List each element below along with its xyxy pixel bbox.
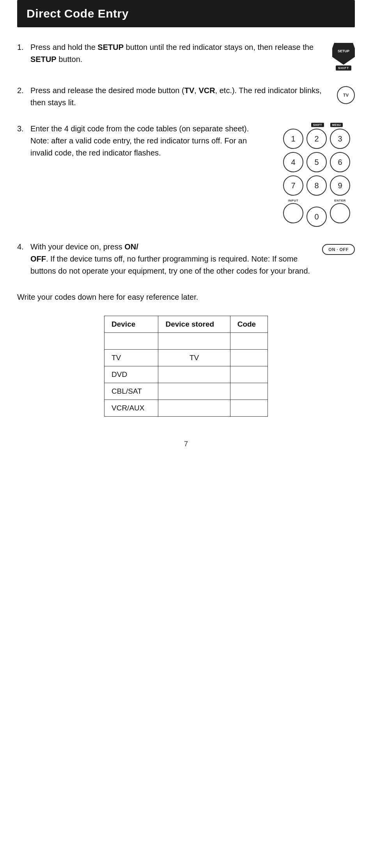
- setup-shield-svg: SETUP: [332, 43, 355, 65]
- step-2: 2. Press and release the desired mode bu…: [17, 85, 355, 109]
- step-4-text: With your device on, press ON/OFF. If th…: [30, 241, 313, 277]
- key-9: 9: [330, 175, 350, 196]
- stored-dvd: [158, 366, 230, 383]
- col-device: Device: [105, 316, 158, 333]
- svg-marker-0: [332, 43, 355, 65]
- code-tv: [230, 350, 267, 366]
- key-6: 6: [330, 152, 350, 172]
- step-3-text: Enter the 4 digit code from the code tab…: [30, 123, 269, 159]
- step-3-number: 3.: [17, 123, 30, 227]
- numpad-shift-label: SHIFT: [311, 123, 324, 127]
- key-8: 8: [306, 175, 327, 196]
- stored-cblsat: [158, 383, 230, 400]
- step-2-number: 2.: [17, 85, 30, 109]
- step-3-body: Enter the 4 digit code from the code tab…: [30, 123, 355, 227]
- step-4: 4. With your device on, press ON/OFF. If…: [17, 241, 355, 277]
- table-row: VCR/AUX: [105, 400, 268, 417]
- setup-icon: SETUP SHIFT: [332, 41, 355, 71]
- key-enter: [330, 203, 350, 223]
- table-section: Device Device stored Code TV TV DV: [17, 316, 355, 417]
- code-empty-1: [230, 333, 267, 350]
- tv-icon: TV: [337, 85, 355, 104]
- onoff-icon: ON · OFF: [322, 241, 355, 255]
- tv-button: TV: [337, 86, 355, 104]
- enter-key-col: ENTER: [330, 199, 350, 223]
- step-1: 1. Press and hold the SETUP button until…: [17, 41, 355, 71]
- table-row: [105, 333, 268, 350]
- numpad: SHIFT MENU 1 2 3 4 5 6: [278, 123, 355, 227]
- zero-key-col: 0: [306, 199, 327, 227]
- code-table: Device Device stored Code TV TV DV: [104, 316, 268, 417]
- device-tv: TV: [105, 350, 158, 366]
- onoff-button: ON · OFF: [322, 244, 355, 255]
- reference-text: Write your codes down here for easy refe…: [17, 291, 355, 303]
- numpad-row-2: 4 5 6: [283, 152, 350, 172]
- table-row: DVD: [105, 366, 268, 383]
- step-1-text: Press and hold the SETUP button until th…: [30, 41, 323, 65]
- key-7: 7: [283, 175, 303, 196]
- step-1-number: 1.: [17, 41, 30, 65]
- enter-label: ENTER: [334, 199, 346, 202]
- key-input: [283, 203, 303, 223]
- device-dvd: DVD: [105, 366, 158, 383]
- page-title: Direct Code Entry: [27, 7, 345, 20]
- key-0: 0: [306, 207, 327, 227]
- input-key-col: INPUT: [283, 199, 303, 223]
- code-vcraux: [230, 400, 267, 417]
- reference-text-content: Write your codes down here for easy refe…: [17, 293, 198, 301]
- step-2-text: Press and release the desired mode butto…: [30, 85, 328, 109]
- col-code: Code: [230, 316, 267, 333]
- step-4-number: 4.: [17, 241, 30, 277]
- svg-text:SETUP: SETUP: [338, 49, 349, 53]
- table-header-row: Device Device stored Code: [105, 316, 268, 333]
- numpad-row-1: 1 2 3: [283, 129, 350, 149]
- stored-empty-1: [158, 333, 230, 350]
- key-2: 2: [306, 129, 327, 149]
- table-row: CBL/SAT: [105, 383, 268, 400]
- numpad-row-3: 7 8 9: [283, 175, 350, 196]
- key-4: 4: [283, 152, 303, 172]
- table-row: TV TV: [105, 350, 268, 366]
- key-1: 1: [283, 129, 303, 149]
- key-5: 5: [306, 152, 327, 172]
- device-vcraux: VCR/AUX: [105, 400, 158, 417]
- input-label: INPUT: [288, 199, 299, 202]
- page-number: 7: [17, 440, 355, 448]
- step-3: 3. Enter the 4 digit code from the code …: [17, 123, 355, 227]
- device-cblsat: CBL/SAT: [105, 383, 158, 400]
- stored-tv: TV: [158, 350, 230, 366]
- header-bar: Direct Code Entry: [17, 0, 355, 27]
- setup-button-icon: SETUP SHIFT: [332, 43, 355, 71]
- device-empty-1: [105, 333, 158, 350]
- key-3: 3: [330, 129, 350, 149]
- col-device-stored: Device stored: [158, 316, 230, 333]
- shift-label: SHIFT: [336, 65, 351, 71]
- numpad-menu-label: MENU: [330, 123, 343, 127]
- stored-vcraux: [158, 400, 230, 417]
- page: Direct Code Entry 1. Press and hold the …: [0, 0, 372, 868]
- step-4-body: With your device on, press ON/OFF. If th…: [30, 241, 355, 277]
- code-cblsat: [230, 383, 267, 400]
- code-dvd: [230, 366, 267, 383]
